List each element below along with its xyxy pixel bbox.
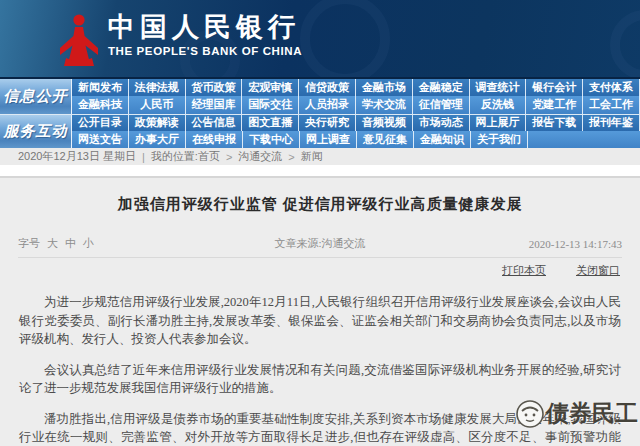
font-size-label: 字号 [18, 236, 40, 251]
page-title: 加强信用评级行业监管 促进信用评级行业高质量健康发展 [0, 178, 640, 214]
nav-item[interactable]: 图文直播 [242, 115, 299, 132]
nav-item[interactable]: 银行会计 [526, 79, 583, 96]
nav-item[interactable]: 工会工作 [583, 96, 640, 113]
nav-row: 公开目录 政策解读 公告信息 图文直播 央行研究 音频视频 市场动态 网上展厅 … [72, 115, 640, 132]
nav-item[interactable]: 货币政策 [186, 79, 243, 96]
nav-item[interactable]: 征信管理 [413, 96, 470, 113]
header-decoration-circle [300, 0, 390, 77]
nav-item[interactable]: 公告信息 [186, 115, 243, 132]
meta-divider-line [18, 257, 622, 258]
nav-item[interactable]: 报刊年鉴 [583, 115, 640, 132]
nav-item[interactable]: 在线申报 [186, 131, 243, 148]
nav-empty-cell [528, 131, 584, 148]
bank-name-chinese: 中国人民银行 [108, 12, 302, 42]
article-paragraph: 潘功胜指出,信用评级是债券市场的重要基础性制度安排,关系到资本市场健康发展大局。… [19, 410, 621, 446]
close-window-button[interactable]: 关闭窗口 [576, 263, 620, 278]
nav-item[interactable]: 网上展厅 [470, 115, 527, 132]
nav-item[interactable]: 市场动态 [413, 115, 470, 132]
article-container: 加强信用评级行业监管 促进信用评级行业高质量健康发展 字号 大 中 小 文章来源… [0, 178, 640, 446]
breadcrumb-link-communication[interactable]: 沟通交流 [238, 149, 282, 164]
nav-row: 网送文告 办事大厅 在线申报 下载中心 网上调查 意见征集 金融知识 关于我们 [72, 131, 640, 148]
section-divider [0, 165, 640, 178]
breadcrumb-separator: > [288, 151, 294, 163]
nav-item[interactable]: 政策解读 [129, 115, 186, 132]
nav-group-service-interaction: 服务互动 公开目录 政策解读 公告信息 图文直播 央行研究 音频视频 市场动态 … [0, 114, 640, 149]
pboc-emblem-icon [60, 12, 98, 70]
article-paragraph: 为进一步规范信用评级行业发展,2020年12月11日,人民银行组织召开信用评级行… [19, 293, 621, 349]
bank-name-english: THE PEOPLE'S BANK OF CHINA [108, 45, 302, 57]
site-header: 中国人民银行 THE PEOPLE'S BANK OF CHINA [0, 0, 640, 77]
nav-item[interactable]: 公开目录 [72, 115, 129, 132]
nav-item[interactable]: 反洗钱 [470, 96, 527, 113]
nav-item[interactable]: 意见征集 [357, 131, 414, 148]
nav-item[interactable]: 央行研究 [299, 115, 356, 132]
nav-item[interactable]: 国际交往 [242, 96, 299, 113]
nav-item[interactable]: 法律法规 [129, 79, 186, 96]
nav-row: 金融科技 人民币 经理国库 国际交往 人员招录 学术交流 征信管理 反洗钱 党建… [72, 96, 640, 113]
article-actions: 打印本页 关闭窗口 [20, 263, 620, 278]
font-size-small-button[interactable]: 小 [83, 236, 94, 251]
article-source: 文章来源:沟通交流 [196, 236, 445, 251]
nav-item[interactable]: 金融稳定 [413, 79, 470, 96]
nav-item[interactable]: 报告下载 [526, 115, 583, 132]
main-nav: 信息公开 新闻发布 法律法规 货币政策 宏观审慎 信贷政策 金融市场 金融稳定 … [0, 77, 640, 148]
nav-item[interactable]: 金融市场 [356, 79, 413, 96]
nav-item[interactable]: 党建工作 [526, 96, 583, 113]
print-page-button[interactable]: 打印本页 [502, 263, 546, 278]
nav-item[interactable]: 网上调查 [300, 131, 357, 148]
nav-item[interactable]: 调查统计 [470, 79, 527, 96]
article-body: 为进一步规范信用评级行业发展,2020年12月11日,人民银行组织召开信用评级行… [0, 293, 640, 446]
article-paragraph: 会议认真总结了近年来信用评级行业发展情况和有关问题,交流借鉴国际评级机构业务开展… [19, 361, 621, 398]
font-size-large-button[interactable]: 大 [47, 236, 58, 251]
sidebar-tab-service-interaction[interactable]: 服务互动 [0, 115, 72, 149]
nav-item[interactable]: 金融科技 [72, 96, 129, 113]
nav-item[interactable]: 金融知识 [414, 131, 471, 148]
breadcrumb-separator: > [226, 151, 232, 163]
article-datetime: 2020-12-13 14:17:43 [444, 238, 622, 250]
nav-empty-cell [584, 131, 640, 148]
nav-item[interactable]: 学术交流 [356, 96, 413, 113]
nav-item[interactable]: 支付体系 [583, 79, 640, 96]
nav-item[interactable]: 办事大厅 [129, 131, 186, 148]
nav-item[interactable]: 新闻发布 [72, 79, 129, 96]
font-size-medium-button[interactable]: 中 [65, 236, 76, 251]
breadcrumb-divider: | [142, 151, 145, 163]
breadcrumb-link-news[interactable]: 新闻 [301, 149, 323, 164]
nav-item[interactable]: 下载中心 [243, 131, 300, 148]
nav-item[interactable]: 音频视频 [356, 115, 413, 132]
breadcrumb-label: 我的位置: [151, 149, 198, 164]
nav-item[interactable]: 人民币 [129, 96, 186, 113]
nav-group-info-disclosure: 信息公开 新闻发布 法律法规 货币政策 宏观审慎 信贷政策 金融市场 金融稳定 … [0, 79, 640, 114]
breadcrumb: 2020年12月13日 星期日 | 我的位置: 首页 > 沟通交流 > 新闻 [0, 148, 640, 165]
current-date: 2020年12月13日 星期日 [18, 149, 136, 164]
nav-row: 新闻发布 法律法规 货币政策 宏观审慎 信贷政策 金融市场 金融稳定 调查统计 … [72, 79, 640, 96]
breadcrumb-link-home[interactable]: 首页 [198, 149, 220, 164]
pboc-webpage: 中国人民银行 THE PEOPLE'S BANK OF CHINA 信息公开 新… [0, 0, 640, 446]
logo-text: 中国人民银行 THE PEOPLE'S BANK OF CHINA [108, 12, 302, 57]
site-logo[interactable]: 中国人民银行 THE PEOPLE'S BANK OF CHINA [60, 12, 302, 70]
nav-item[interactable]: 信贷政策 [299, 79, 356, 96]
article-meta: 字号 大 中 小 文章来源:沟通交流 2020-12-13 14:17:43 [18, 236, 622, 251]
nav-item[interactable]: 人员招录 [299, 96, 356, 113]
sidebar-tab-info-disclosure[interactable]: 信息公开 [0, 79, 72, 114]
nav-item[interactable]: 网送文告 [72, 131, 129, 148]
header-decoration-circle [610, 10, 640, 77]
nav-item[interactable]: 经理国库 [186, 96, 243, 113]
nav-item[interactable]: 宏观审慎 [242, 79, 299, 96]
nav-item[interactable]: 关于我们 [471, 131, 528, 148]
